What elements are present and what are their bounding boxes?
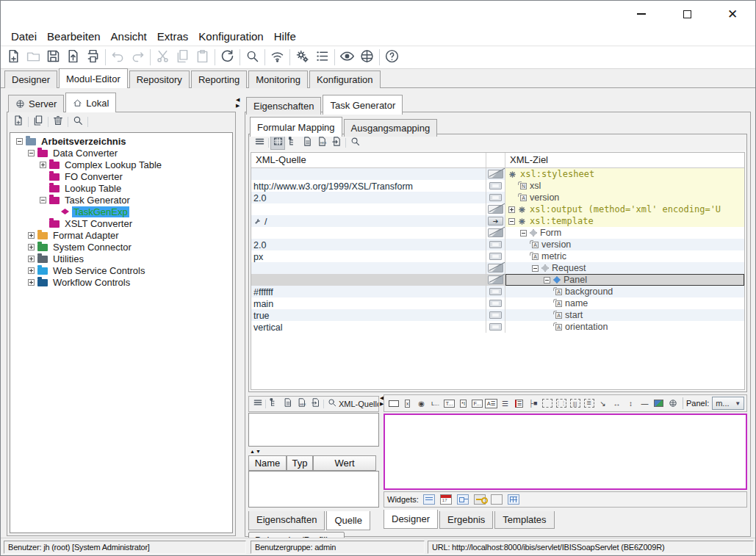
tree-item-system-connector[interactable]: System Connector <box>10 241 232 253</box>
row-panel-widget-button[interactable]: ☰ <box>582 397 596 410</box>
print-button[interactable] <box>83 48 103 67</box>
tree-item-complex-lookup-table[interactable]: Complex Lookup Table <box>10 159 232 170</box>
tree-item-xslt-converter[interactable]: XSLT Converter <box>10 217 232 229</box>
menu-ansicht[interactable]: Ansicht <box>106 29 152 44</box>
mapping-diag-button[interactable] <box>488 170 503 178</box>
xml-target-node[interactable]: Aversion <box>505 239 744 250</box>
xml-target-node[interactable]: Astart <box>505 309 744 321</box>
menu-button[interactable] <box>251 397 264 411</box>
tree-expander[interactable] <box>28 267 35 274</box>
mapping-source-cell[interactable] <box>251 168 486 180</box>
tab-server[interactable]: Server <box>8 95 64 112</box>
image-widget-button[interactable] <box>652 397 666 410</box>
document-export-button[interactable] <box>309 397 323 411</box>
tree-expander[interactable] <box>28 256 35 262</box>
import-button[interactable] <box>63 48 83 67</box>
resize-vertical-widget-button[interactable]: ↕ <box>624 397 638 410</box>
tree-expander[interactable] <box>508 206 515 213</box>
tree-item-arbeitsverzeichnis[interactable]: Arbeitsverzeichnis <box>10 135 232 147</box>
tree-expander[interactable] <box>28 150 35 156</box>
xml-target-node[interactable]: Aname <box>505 297 744 309</box>
search-button[interactable] <box>325 397 339 411</box>
refresh-button[interactable] <box>217 48 237 67</box>
tab-ausgangsmapping[interactable]: Ausgangsmapping <box>344 119 438 137</box>
mapping-eq-button[interactable] <box>489 300 502 307</box>
xml-target-node[interactable]: Aorientation <box>505 321 744 333</box>
tree-item-lookup-table[interactable]: Lookup Table <box>10 182 232 194</box>
button-widget-button[interactable] <box>386 397 400 410</box>
mapping-arrow-button[interactable]: ➔ <box>488 217 503 225</box>
settings-button[interactable] <box>292 48 312 67</box>
panel-widget-button[interactable] <box>540 397 554 410</box>
table-button[interactable] <box>270 136 285 150</box>
tab-task-generator[interactable]: Task Generator <box>323 95 403 115</box>
new-file-button[interactable] <box>4 48 24 67</box>
tab-designer[interactable]: Designer <box>384 510 438 529</box>
tab-repository[interactable]: Repository <box>129 71 190 88</box>
tree-item-format-adapter[interactable]: Format Adapter <box>10 229 232 241</box>
document-hex-button[interactable]: HEX <box>295 397 309 411</box>
save-button[interactable] <box>43 48 63 67</box>
tab-formular-mapping[interactable]: Formular Mapping <box>250 117 342 137</box>
menu-extras[interactable]: Extras <box>152 29 194 44</box>
paste-button[interactable] <box>192 48 212 67</box>
xml-target-node[interactable]: Request <box>505 262 744 274</box>
xml-target-node[interactable]: Nxsl <box>505 180 744 192</box>
xml-target-node[interactable]: xsl:template <box>505 215 744 227</box>
tree-expander[interactable] <box>40 162 46 168</box>
tab-lokal[interactable]: Lokal <box>65 93 116 112</box>
document-button[interactable] <box>281 397 295 411</box>
tab-eigenschaften[interactable]: Eigenschaften <box>248 511 325 530</box>
menu-bearbeiten[interactable]: Bearbeiten <box>42 29 106 44</box>
tab-quelle[interactable]: Quelle <box>326 511 370 530</box>
tree-expander[interactable] <box>520 230 527 237</box>
mapping-source-cell[interactable] <box>251 262 486 274</box>
mapping-source-cell[interactable] <box>251 274 486 286</box>
table-widget-icon[interactable] <box>508 494 519 505</box>
xml-target-node[interactable]: Panel <box>505 274 744 286</box>
sidebar-splitter[interactable]: ◀▶ <box>236 97 240 108</box>
panel-select[interactable]: m...▼ <box>712 397 744 410</box>
design-canvas[interactable] <box>384 414 747 490</box>
delete-button[interactable] <box>50 114 66 129</box>
tree-item-data-converter[interactable]: Data Converter <box>10 147 232 159</box>
tab-templates[interactable]: Templates <box>494 511 554 529</box>
document-button[interactable] <box>300 136 314 150</box>
list-button[interactable] <box>312 48 332 67</box>
close-button[interactable]: ✕ <box>710 1 755 27</box>
copy-button[interactable] <box>30 114 46 129</box>
mapping-diag-button[interactable] <box>488 264 503 272</box>
hierarchy-button[interactable] <box>285 136 300 150</box>
mapping-eq-button[interactable] <box>489 253 502 260</box>
grid-header-wert[interactable]: Wert <box>313 455 376 471</box>
tree-item-task-generator[interactable]: Task Generator <box>10 194 232 206</box>
xml-target-node[interactable]: Form <box>505 227 744 239</box>
search-button[interactable] <box>348 136 362 150</box>
document-export-button[interactable] <box>329 136 344 150</box>
form-widget-icon[interactable] <box>457 494 469 505</box>
list-widget-button[interactable]: ☰ <box>512 397 526 410</box>
menu-button[interactable] <box>252 136 267 150</box>
resize-diagonal-widget-button[interactable]: ↘ <box>596 397 610 410</box>
checkbox-widget-button[interactable]: x <box>400 397 414 410</box>
mapping-source-cell[interactable]: #ffffff <box>251 286 486 297</box>
tab-ergebnis[interactable]: Ergebnis <box>439 511 493 529</box>
mapping-source-cell[interactable]: 2.0 <box>251 192 486 203</box>
tree-item-fo-converter[interactable]: FO Converter <box>10 170 232 182</box>
tree-expander[interactable] <box>40 197 46 203</box>
globe-button[interactable] <box>357 48 377 67</box>
formatted-field-widget-button[interactable]: F... <box>470 397 484 410</box>
tree-expander[interactable] <box>28 279 35 286</box>
grid-header-typ[interactable]: Typ <box>287 455 313 471</box>
tree-expander[interactable] <box>28 244 35 250</box>
copy-button[interactable] <box>173 48 192 67</box>
source-preview-box[interactable] <box>248 413 379 447</box>
mapping-source-cell[interactable]: http://www.w3.org/1999/XSL/Transform <box>251 180 486 192</box>
mapping-source-cell[interactable]: main <box>251 297 486 309</box>
xml-target-node[interactable]: xsl:output (method='xml' encoding='U <box>505 203 744 215</box>
mapping-source-cell[interactable]: px <box>251 250 486 262</box>
search-button[interactable] <box>70 114 86 129</box>
menu-datei[interactable]: Datei <box>6 29 42 44</box>
textfield-widget-icon[interactable] <box>491 494 503 505</box>
mapping-eq-button[interactable] <box>489 182 502 189</box>
